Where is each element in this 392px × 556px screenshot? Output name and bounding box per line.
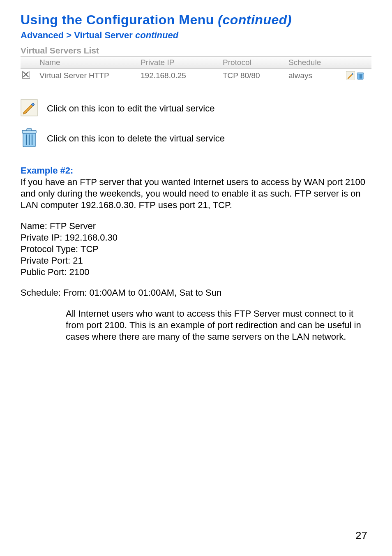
col-header-schedule: Schedule [288,58,346,67]
col-header-protocol: Protocol [223,58,288,67]
title-main: Using the Configuration Menu [21,12,218,27]
col-header-private-ip: Private IP [141,58,223,67]
cell-name: Virtual Server HTTP [37,71,141,80]
example-schedule: Schedule: From: 01:00AM to 01:00AM, Sat … [21,287,371,299]
cell-private-ip: 192.168.0.25 [141,71,223,80]
svg-rect-2 [357,73,364,74]
legend-delete-row: Click on this icon to delete the virtual… [21,128,371,149]
legend-edit-row: Click on this icon to edit the virtual s… [21,99,371,118]
example-private-port: Private Port: 21 [21,255,83,266]
example-intro: If you have an FTP server that you wante… [21,177,365,210]
example-label: Example #2: [21,165,73,176]
table-header-row: Name Private IP Protocol Schedule [21,56,371,69]
cell-schedule: always [288,71,346,80]
edit-icon[interactable] [346,71,355,80]
table-row: Virtual Server HTTP 192.168.0.25 TCP 80/… [21,69,371,83]
example-note: All Internet users who want to access th… [66,308,371,343]
icon-legend: Click on this icon to edit the virtual s… [21,99,371,149]
cell-protocol: TCP 80/80 [223,71,288,80]
title-suffix: (continued) [218,12,292,27]
delete-icon[interactable] [356,71,365,80]
legend-edit-text: Click on this icon to edit the virtual s… [47,103,214,114]
page-title: Using the Configuration Menu (continued) [21,12,371,28]
example-public-port: Public Port: 2100 [21,267,90,277]
breadcrumb-main: Advanced > Virtual Server [21,30,135,40]
delete-icon [21,128,38,149]
page-number: 27 [355,529,367,542]
example-protocol-type: Protocol Type: TCP [21,244,99,254]
breadcrumb: Advanced > Virtual Server continued [21,30,371,41]
example-name: Name: FTP Server [21,221,96,231]
col-header-name: Name [37,58,141,67]
svg-rect-9 [27,129,32,131]
example-block: Example #2: If you have an FTP server th… [21,165,371,343]
legend-delete-text: Click on this icon to delete the virtual… [47,133,225,144]
breadcrumb-suffix: continued [135,30,178,40]
example-private-ip: Private IP: 192.168.0.30 [21,232,118,243]
row-enabled-checkbox[interactable] [22,71,30,79]
virtual-servers-list-title: Virtual Servers List [21,46,371,56]
edit-icon [21,99,38,118]
